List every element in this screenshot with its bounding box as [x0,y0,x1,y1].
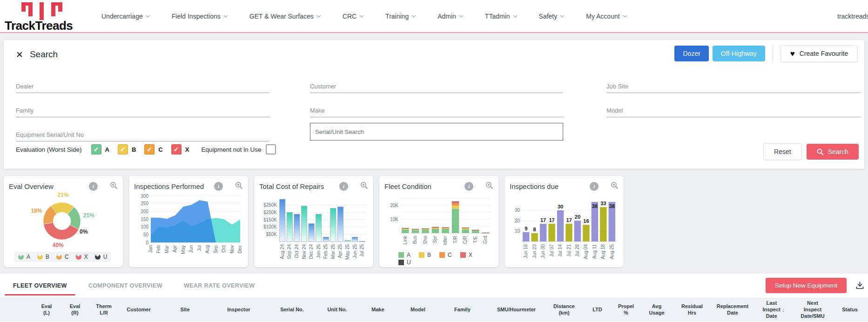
zoom-in-icon[interactable] [611,181,619,191]
info-icon[interactable]: i [590,182,599,191]
column-header-label: Unit No. [327,307,347,313]
zoom-in-icon[interactable] [235,181,243,191]
nav-item-admin[interactable]: Admin [437,13,464,20]
equipment-serial-input[interactable] [16,129,269,141]
user-account-label[interactable]: tracktreads [837,0,868,32]
column-header-ltd[interactable]: LTD [583,307,612,313]
equipment-not-in-use-option[interactable]: Equipment not in Use [201,144,276,154]
evaluation-checkbox-c[interactable]: ✓ [144,144,155,154]
column-header-eval-l[interactable]: Eval (L) [33,303,61,316]
pie-slice-icon [37,254,43,260]
evaluation-option-b[interactable]: ✓B [118,144,136,154]
column-header-last-inspect-date[interactable]: Last Inspect Date↓ [754,300,794,319]
family-input[interactable] [16,105,269,117]
evaluation-checkbox-a[interactable]: ✓ [91,144,101,154]
nav-item-get-wear-surfaces[interactable]: GET & Wear Surfaces [249,13,321,20]
legend-item-u[interactable]: U [398,259,411,266]
job-site-input[interactable] [606,81,861,93]
evaluation-option-label: B [132,146,136,153]
column-header-customer[interactable]: Customer [118,307,159,313]
brand-logo[interactable]: TrackTreads [4,1,85,32]
legend-item-u[interactable]: U [95,254,108,260]
legend-item-c[interactable]: C [56,254,69,260]
model-input[interactable] [606,105,861,117]
make-input[interactable] [310,105,563,117]
svg-text:Link: Link [403,235,408,244]
nav-item-label: Training [385,13,409,20]
column-header-eval-r[interactable]: Eval (R) [61,303,89,316]
legend-item-x[interactable]: X [460,252,472,258]
legend-item-a[interactable]: A [18,254,30,260]
legend-item-a[interactable]: A [398,252,410,258]
equipment-not-in-use-checkbox[interactable] [266,144,276,154]
eval-overview-legend: ABCXU [14,252,111,262]
column-header-inspector[interactable]: Inspector [211,307,267,313]
info-icon[interactable]: i [89,182,98,191]
column-header-next-inspect-date-smu[interactable]: Next Inspect Date/SMU [794,300,832,319]
evaluation-option-a[interactable]: ✓A [91,144,109,154]
info-icon[interactable]: i [464,182,473,191]
search-button[interactable]: Search [807,144,859,160]
column-header-avg-usage[interactable]: Avg Usage [640,303,673,316]
nav-item-training[interactable]: Training [385,13,416,20]
zoom-in-icon[interactable] [485,181,493,191]
setup-new-equipment-button[interactable]: Setup New Equipment [766,278,847,293]
legend-item-b[interactable]: B [419,252,431,258]
column-header-model[interactable]: Model [399,307,437,313]
create-favourite-button[interactable]: ♥ Create Favourite [781,45,858,62]
info-icon[interactable]: i [214,182,223,191]
legend-item-x[interactable]: X [76,254,88,260]
column-header-make[interactable]: Make [357,307,399,313]
column-header-label: Eval (L) [41,303,52,316]
nav-item-my-account[interactable]: My Account [586,13,627,20]
column-header-replacement-date[interactable]: Replacement Date [711,303,754,316]
svg-text:Jun 16: Jun 16 [523,244,528,258]
download-icon[interactable] [855,281,864,292]
close-icon[interactable]: ✕ [16,50,23,59]
column-header-serial-no[interactable]: Serial No. [267,307,317,313]
evaluation-option-x[interactable]: ✓X [171,144,189,154]
info-icon[interactable]: i [339,182,348,191]
off-highway-button[interactable]: Off-Highway [713,46,765,61]
column-header-propel[interactable]: Propel % [612,303,640,316]
svg-text:$100K: $100K [263,224,277,229]
serial-unit-search-input[interactable] [310,123,563,141]
column-header-therm-l-r[interactable]: Therm L/R [89,303,118,316]
nav-item-undercarriage[interactable]: Undercarriage [101,13,150,20]
nav-item-label: Safety [539,13,558,20]
nav-item-crc[interactable]: CRC [343,13,364,20]
nav-item-field-inspections[interactable]: Field Inspections [172,13,228,20]
dealer-input[interactable] [16,81,269,93]
column-header-residual-hrs[interactable]: Residual Hrs [673,303,711,316]
column-header-smu-hourmeter[interactable]: SMU/Hourmeter [488,307,545,313]
nav-item-ttadmin[interactable]: TTadmin [485,13,518,20]
column-header-unit-no[interactable]: Unit No. [317,307,357,313]
evaluation-checkbox-x[interactable]: ✓ [171,144,182,154]
eval-overview-donut-chart: 18%21%21%0%40% [9,192,118,251]
zoom-in-icon[interactable] [360,181,368,191]
column-header-status[interactable]: Status [832,307,868,313]
sort-descending-icon[interactable]: ↓ [782,306,785,314]
column-header-family[interactable]: Family [437,307,488,313]
column-header-site[interactable]: Site [159,307,211,313]
legend-item-b[interactable]: B [37,254,49,260]
tab-component-overview[interactable]: COMPONENT OVERVIEW [88,274,162,298]
svg-text:Apr 25: Apr 25 [337,244,343,258]
svg-text:$50K: $50K [266,232,277,237]
svg-text:$250K: $250K [263,202,277,208]
zoom-in-icon[interactable] [110,181,118,191]
card-inspections-performed: Inspections Performed i 0501001502002503… [129,176,248,267]
tab-fleet-overview[interactable]: FLEET OVERVIEW [13,274,67,298]
nav-item-safety[interactable]: Safety [539,13,565,20]
customer-input[interactable] [310,81,563,93]
reset-button[interactable]: Reset [763,143,802,160]
evaluation-checkbox-b[interactable]: ✓ [118,144,128,154]
top-navigation: TrackTreads UndercarriageField Inspectio… [0,0,868,33]
tab-wear-rate-overview[interactable]: WEAR RATE OVERVIEW [184,274,255,298]
svg-text:May: May [181,245,186,254]
evaluation-option-c[interactable]: ✓C [144,144,162,154]
dozer-button[interactable]: Dozer [674,46,708,61]
svg-text:17: 17 [549,217,554,223]
column-header-distance-km[interactable]: Distance (km) [545,303,583,316]
legend-item-c[interactable]: C [439,252,452,258]
